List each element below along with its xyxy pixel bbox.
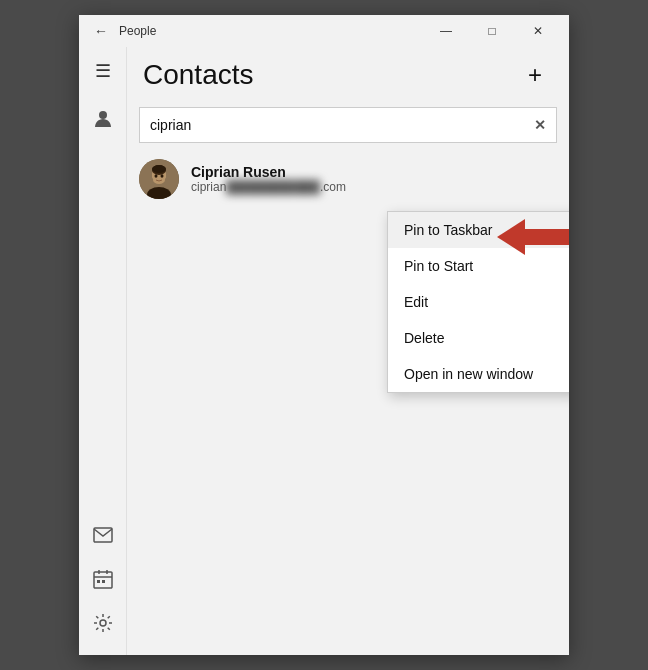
titlebar: ← People — □ ✕ <box>79 15 569 47</box>
svg-point-15 <box>155 174 158 178</box>
settings-icon-button[interactable] <box>83 603 123 643</box>
window-title: People <box>119 24 423 38</box>
contact-email: ciprian███████████.com <box>191 180 346 194</box>
person-icon <box>92 108 114 130</box>
person-icon-button[interactable] <box>83 99 123 139</box>
back-button[interactable]: ← <box>87 17 115 45</box>
window-controls: — □ ✕ <box>423 15 561 47</box>
email-suffix: .com <box>320 180 346 194</box>
search-bar: ✕ <box>139 107 557 143</box>
contact-name: Ciprian Rusen <box>191 164 346 180</box>
contact-info: Ciprian Rusen ciprian███████████.com <box>191 164 346 194</box>
app-body: ☰ <box>79 47 569 655</box>
svg-point-13 <box>153 176 165 184</box>
svg-rect-7 <box>102 580 105 583</box>
search-bar-row: ✕ <box>127 103 569 151</box>
contact-firstname: Ciprian <box>191 164 239 180</box>
avatar <box>139 159 179 199</box>
contact-lastname: Rusen <box>239 164 286 180</box>
svg-point-16 <box>161 174 164 178</box>
email-prefix: ciprian <box>191 180 226 194</box>
contact-item[interactable]: Ciprian Rusen ciprian███████████.com <box>127 151 569 207</box>
menu-icon-button[interactable]: ☰ <box>83 51 123 91</box>
sidebar: ☰ <box>79 47 127 655</box>
sidebar-bottom <box>83 515 123 655</box>
mail-icon-button[interactable] <box>83 515 123 555</box>
app-window: ← People — □ ✕ ☰ <box>79 15 569 655</box>
page-title: Contacts <box>143 59 517 91</box>
mail-icon <box>93 527 113 543</box>
minimize-button[interactable]: — <box>423 15 469 47</box>
svg-point-17 <box>152 165 166 173</box>
svg-rect-6 <box>97 580 100 583</box>
search-input[interactable] <box>150 117 534 133</box>
svg-rect-1 <box>94 528 112 542</box>
arrow <box>497 219 569 255</box>
header: Contacts + <box>127 47 569 103</box>
context-menu-item-open-window[interactable]: Open in new window <box>388 356 569 392</box>
calendar-icon-button[interactable] <box>83 559 123 599</box>
email-blurred: ███████████ <box>226 180 320 194</box>
arrow-body <box>525 229 569 245</box>
svg-point-0 <box>99 111 107 119</box>
svg-point-8 <box>100 620 106 626</box>
avatar-image <box>139 159 179 199</box>
close-button[interactable]: ✕ <box>515 15 561 47</box>
search-clear-button[interactable]: ✕ <box>534 117 546 133</box>
arrow-head <box>497 219 525 255</box>
contacts-list: Ciprian Rusen ciprian███████████.com Pin… <box>127 151 569 655</box>
arrow-indicator <box>497 219 569 255</box>
settings-icon <box>93 613 113 633</box>
calendar-icon <box>93 569 113 589</box>
maximize-button[interactable]: □ <box>469 15 515 47</box>
context-menu-item-edit[interactable]: Edit <box>388 284 569 320</box>
main-content: Contacts + ✕ <box>127 47 569 655</box>
add-contact-button[interactable]: + <box>517 57 553 93</box>
context-menu-item-delete[interactable]: Delete <box>388 320 569 356</box>
